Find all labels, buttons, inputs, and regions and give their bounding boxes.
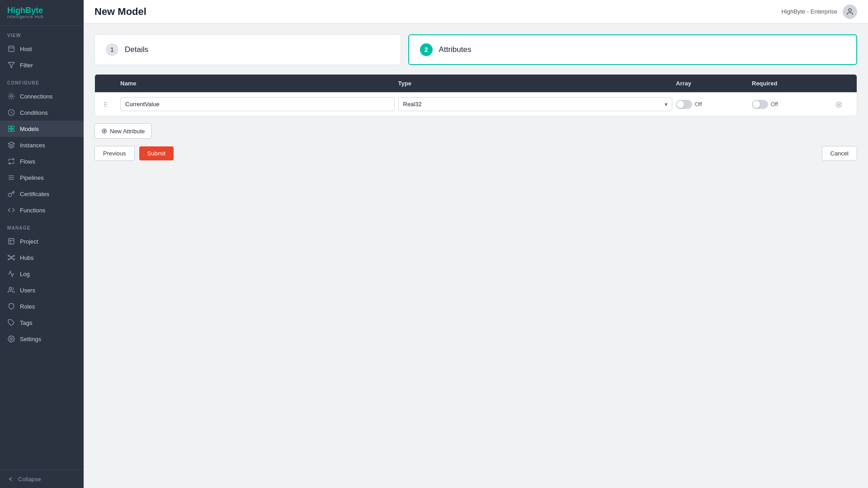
sidebar-item-instances[interactable]: Instances xyxy=(0,137,84,153)
host-icon xyxy=(7,45,15,53)
svg-point-28 xyxy=(849,9,851,11)
instances-icon xyxy=(7,141,15,149)
topbar-right: HighByte - Enterprise xyxy=(781,5,857,19)
array-toggle-cell: Off xyxy=(676,100,748,109)
certificates-icon xyxy=(7,190,15,198)
tags-icon xyxy=(7,319,15,327)
step-1-number: 1 xyxy=(106,43,118,56)
sidebar-item-settings[interactable]: Settings xyxy=(0,331,84,347)
step-1-label: Details xyxy=(125,45,148,54)
table-header: Name Type Array Required xyxy=(95,75,857,92)
new-attribute-label: New Attribute xyxy=(110,128,145,135)
required-toggle-knob xyxy=(753,101,760,108)
logo-highbyte: HighByte xyxy=(7,6,44,14)
svg-point-31 xyxy=(104,106,105,106)
sidebar-item-certificates[interactable]: Certificates xyxy=(0,186,84,202)
sidebar-item-conditions[interactable]: Conditions xyxy=(0,104,84,121)
svg-line-20 xyxy=(9,256,11,257)
sidebar-item-hubs-label: Hubs xyxy=(20,254,33,261)
step-2-number: 2 xyxy=(420,43,433,56)
content-area: 1 Details 2 Attributes Name Type Array R… xyxy=(84,23,868,488)
sidebar-item-filter[interactable]: Filter xyxy=(0,57,84,73)
svg-rect-8 xyxy=(12,129,14,131)
sidebar-item-pipelines[interactable]: Pipelines xyxy=(0,169,84,186)
main-content: New Model HighByte - Enterprise 1 Detail… xyxy=(84,0,868,488)
sidebar-item-functions-label: Functions xyxy=(20,207,45,214)
collapse-label: Collapse xyxy=(18,476,41,483)
sidebar-item-settings-label: Settings xyxy=(20,336,41,343)
header-drag xyxy=(102,80,117,87)
step-attributes[interactable]: 2 Attributes xyxy=(408,34,857,65)
hubs-icon xyxy=(7,253,15,262)
sidebar-item-host[interactable]: Host xyxy=(0,41,84,57)
svg-rect-0 xyxy=(9,46,14,52)
svg-rect-5 xyxy=(9,126,11,128)
remove-attribute-button[interactable]: ⊗ xyxy=(828,99,849,110)
sidebar-logo: HighByte Intelligence Hub xyxy=(0,0,84,26)
svg-point-3 xyxy=(10,95,12,97)
sidebar-item-project[interactable]: Project xyxy=(0,233,84,249)
sidebar-item-users[interactable]: Users xyxy=(0,282,84,298)
settings-icon xyxy=(7,335,15,343)
configure-section-label: CONFIGURE xyxy=(0,73,84,88)
type-select-wrapper: Real32 Boolean String Int16 Int32 Int64 … xyxy=(398,97,673,111)
sidebar-item-connections[interactable]: Connections xyxy=(0,88,84,104)
required-toggle[interactable] xyxy=(752,100,768,109)
steps-row: 1 Details 2 Attributes xyxy=(94,34,857,65)
svg-line-23 xyxy=(11,258,14,259)
svg-point-30 xyxy=(104,104,105,104)
svg-rect-7 xyxy=(9,129,11,131)
previous-button[interactable]: Previous xyxy=(94,146,135,161)
connections-icon xyxy=(7,92,15,100)
sidebar-item-tags[interactable]: Tags xyxy=(0,314,84,331)
array-toggle-label: Off xyxy=(695,101,702,108)
manage-section-label: MANAGE xyxy=(0,218,84,233)
users-icon xyxy=(7,286,15,294)
array-toggle[interactable] xyxy=(676,100,692,109)
attribute-name-input[interactable] xyxy=(120,97,395,111)
new-attribute-button[interactable]: ⊕ New Attribute xyxy=(94,123,151,139)
svg-point-34 xyxy=(106,106,106,106)
sidebar-item-roles[interactable]: Roles xyxy=(0,298,84,314)
sidebar-item-conditions-label: Conditions xyxy=(20,109,47,116)
sidebar-collapse[interactable]: Collapse xyxy=(0,469,84,488)
header-array: Array xyxy=(676,80,748,87)
svg-point-26 xyxy=(10,338,12,340)
cancel-button[interactable]: Cancel xyxy=(822,146,857,161)
sidebar-item-pipelines-label: Pipelines xyxy=(20,174,44,181)
models-icon xyxy=(7,125,15,133)
table-row: Real32 Boolean String Int16 Int32 Int64 … xyxy=(95,92,857,116)
user-avatar[interactable] xyxy=(843,5,857,19)
page-title: New Model xyxy=(94,6,146,18)
sidebar-item-hubs[interactable]: Hubs xyxy=(0,249,84,266)
sidebar-item-log[interactable]: Log xyxy=(0,266,84,282)
step-details[interactable]: 1 Details xyxy=(94,34,401,65)
svg-rect-6 xyxy=(12,126,14,128)
sidebar-item-flows[interactable]: Flows xyxy=(0,153,84,169)
sidebar-item-roles-label: Roles xyxy=(20,303,35,310)
view-section-label: VIEW xyxy=(0,26,84,41)
topbar: New Model HighByte - Enterprise xyxy=(84,0,868,23)
header-name: Name xyxy=(120,80,395,87)
sidebar-item-host-label: Host xyxy=(20,46,32,52)
drag-handle[interactable] xyxy=(102,101,117,108)
sidebar-item-project-label: Project xyxy=(20,238,38,245)
attribute-type-select[interactable]: Real32 Boolean String Int16 Int32 Int64 … xyxy=(398,97,673,111)
svg-marker-2 xyxy=(8,62,14,68)
required-toggle-cell: Off xyxy=(752,100,824,109)
project-icon xyxy=(7,237,15,245)
sidebar-item-users-label: Users xyxy=(20,287,35,294)
pipelines-icon xyxy=(7,174,15,182)
sidebar-item-functions[interactable]: Functions xyxy=(0,202,84,218)
svg-line-21 xyxy=(11,256,14,257)
sidebar-item-certificates-label: Certificates xyxy=(20,191,49,197)
sidebar-item-models[interactable]: Models xyxy=(0,121,84,137)
svg-point-33 xyxy=(106,104,106,104)
sidebar-item-models-label: Models xyxy=(20,126,39,132)
filter-icon xyxy=(7,61,15,69)
sidebar-item-tags-label: Tags xyxy=(20,319,32,326)
sidebar-item-filter-label: Filter xyxy=(20,62,33,69)
submit-button[interactable]: Submit xyxy=(139,146,174,160)
functions-icon xyxy=(7,206,15,214)
roles-icon xyxy=(7,302,15,310)
